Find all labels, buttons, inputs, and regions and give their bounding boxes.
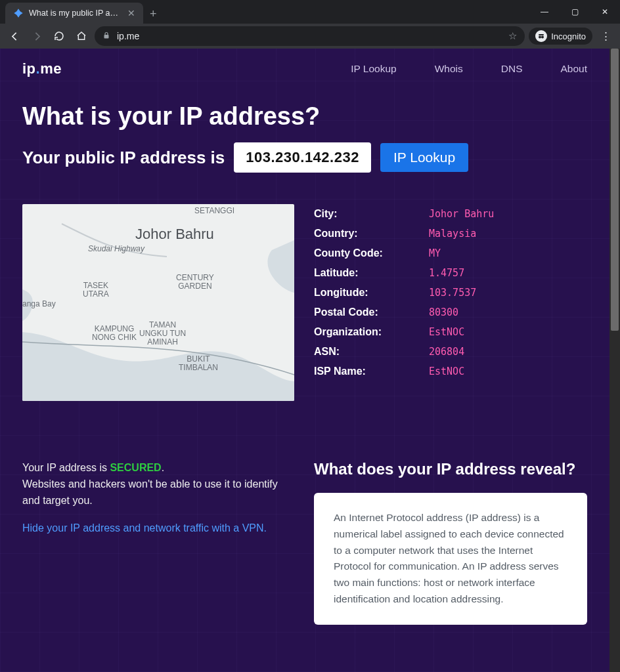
details-value: 103.7537 — [429, 283, 587, 303]
details-key: Postal Code: — [314, 303, 429, 322]
nav-link-whois[interactable]: Whois — [435, 63, 463, 75]
incognito-label: Incognito — [551, 32, 586, 41]
details-row: City:Johor Bahru — [314, 204, 587, 224]
map-label: TASEK UTARA — [83, 282, 109, 299]
map-label: CENTURY GARDEN — [176, 274, 214, 291]
page-scrollbar[interactable] — [609, 49, 620, 672]
window-minimize-button[interactable]: ― — [529, 0, 560, 24]
details-row: ASN:206804 — [314, 342, 587, 362]
details-row: County Code:MY — [314, 243, 587, 263]
details-row: Postal Code:80300 — [314, 303, 587, 322]
details-key: County Code: — [314, 243, 429, 263]
map-label: BUKIT TIMBALAN — [179, 355, 218, 372]
browser-tab[interactable]: What is my public IP address - IP ✕ — [5, 3, 143, 24]
info-heading: What does your IP address reveal? — [314, 460, 587, 478]
details-value: EstNOC — [429, 362, 587, 381]
details-key: ISP Name: — [314, 362, 429, 381]
nav-link-dns[interactable]: DNS — [501, 63, 523, 75]
details-row: ISP Name:EstNOC — [314, 362, 587, 381]
details-key: ASN: — [314, 342, 429, 362]
nav-reload-button[interactable] — [50, 27, 68, 45]
svg-rect-4 — [539, 34, 544, 35]
ip-details-table: City:Johor BahruCountry:MalaysiaCounty C… — [314, 204, 587, 401]
map-label: Skudai Highway — [88, 245, 144, 253]
details-row: Latitude:1.4757 — [314, 263, 587, 283]
page-headline: What is your IP address? — [22, 102, 587, 131]
tab-title: What is my public IP address - IP — [29, 9, 122, 18]
map-label: anga Bay — [22, 300, 56, 308]
security-status-block: Your IP address is SECURED. Websites and… — [22, 460, 294, 537]
details-value: 80300 — [429, 303, 587, 322]
vpn-promo-link[interactable]: Hide your IP address and network traffic… — [22, 520, 267, 537]
incognito-badge[interactable]: Incognito — [529, 28, 592, 45]
svg-point-2 — [539, 36, 541, 39]
details-row: Country:Malaysia — [314, 224, 587, 243]
nav-home-button[interactable] — [72, 27, 91, 45]
tab-favicon — [13, 8, 24, 18]
address-bar[interactable]: ip.me ☆ — [95, 26, 525, 46]
details-row: Longitude:103.7537 — [314, 283, 587, 303]
logo-text-right: me — [40, 60, 62, 77]
details-key: Country: — [314, 224, 429, 243]
map-label: TAMAN UNGKU TUN AMINAH — [139, 321, 186, 347]
ip-address-value[interactable]: 103.230.142.232 — [234, 142, 371, 173]
window-maximize-button[interactable]: ▢ — [560, 0, 590, 24]
window-close-button[interactable]: ✕ — [590, 0, 620, 24]
details-key: Organization: — [314, 322, 429, 342]
details-value: Johor Bahru — [429, 204, 587, 224]
nav-link-ip-lookup[interactable]: IP Lookup — [351, 63, 397, 75]
browser-toolbar: ip.me ☆ Incognito ⋮ — [0, 24, 620, 49]
map-label: KAMPUNG NONG CHIK — [92, 325, 137, 342]
lock-icon — [102, 32, 110, 41]
location-map[interactable]: Johor Bahru SETANGGI Skudai Highway CENT… — [22, 204, 294, 401]
nav-back-button[interactable] — [5, 27, 24, 45]
ip-lookup-button[interactable]: IP Lookup — [380, 143, 468, 172]
site-logo[interactable]: ip.me — [22, 60, 62, 77]
incognito-icon — [535, 30, 547, 42]
page-content: ip.me IP Lookup Whois DNS About What is … — [0, 49, 609, 672]
logo-text-left: ip — [22, 60, 36, 77]
info-card: An Internet Protocol address (IP address… — [314, 493, 587, 625]
details-key: Longitude: — [314, 283, 429, 303]
info-card-text: An Internet Protocol address (IP address… — [334, 512, 564, 604]
details-key: Latitude: — [314, 263, 429, 283]
details-row: Organization:EstNOC — [314, 322, 587, 342]
details-value: 206804 — [429, 342, 587, 362]
security-line-2: Websites and hackers won't be able to us… — [22, 476, 294, 509]
map-city-label: Johor Bahru — [135, 226, 214, 242]
svg-marker-0 — [14, 9, 22, 17]
details-value: Malaysia — [429, 224, 587, 243]
address-bar-url: ip.me — [117, 31, 502, 41]
site-nav: ip.me IP Lookup Whois DNS About — [0, 49, 609, 77]
security-line-prefix: Your IP address is — [22, 462, 110, 473]
map-label: SETANGGI — [194, 207, 234, 215]
svg-rect-1 — [104, 35, 109, 39]
window-titlebar: What is my public IP address - IP ✕ + ― … — [0, 0, 620, 24]
nav-link-about[interactable]: About — [560, 63, 587, 75]
nav-forward-button[interactable] — [28, 27, 46, 45]
details-value: EstNOC — [429, 322, 587, 342]
tab-close-icon[interactable]: ✕ — [127, 8, 135, 18]
new-tab-button[interactable]: + — [143, 4, 164, 24]
browser-menu-button[interactable]: ⋮ — [596, 27, 615, 45]
ip-sublabel: Your public IP address is — [22, 148, 225, 168]
details-value: MY — [429, 243, 587, 263]
scrollbar-thumb[interactable] — [611, 49, 619, 331]
bookmark-star-icon[interactable]: ☆ — [508, 30, 517, 42]
security-status-secured: SECURED — [110, 462, 161, 473]
svg-point-3 — [541, 36, 544, 39]
details-key: City: — [314, 204, 429, 224]
details-value: 1.4757 — [429, 263, 587, 283]
